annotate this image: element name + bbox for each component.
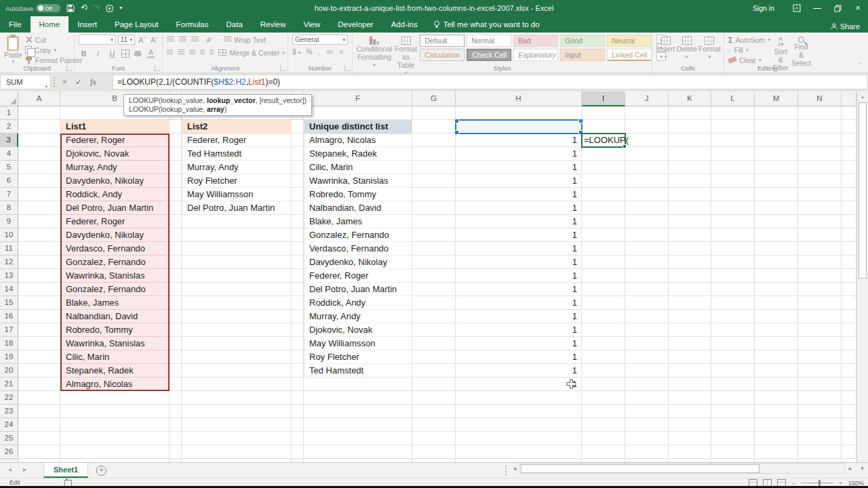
row-header-5[interactable]: 5 — [0, 161, 18, 174]
cell[interactable]: 1 — [456, 242, 582, 256]
scroll-right-icon[interactable]: ▸ — [846, 463, 855, 474]
share-button[interactable]: Share — [831, 22, 860, 30]
row-header-20[interactable]: 20 — [0, 364, 18, 378]
selection-handle[interactable] — [454, 130, 459, 135]
style-calculation[interactable]: Calculation — [420, 49, 465, 61]
cell[interactable]: Roy Fletcher — [182, 174, 292, 188]
tab-add-ins[interactable]: Add-ins — [382, 16, 427, 33]
cell[interactable]: Verdasco, Fernando — [60, 242, 170, 256]
scroll-left-icon[interactable]: ◂ — [510, 463, 519, 474]
cell[interactable]: Federer, Roger — [304, 269, 412, 283]
column-header-K[interactable]: K — [669, 92, 711, 106]
vertical-scrollbar[interactable]: ▴ — [856, 92, 868, 462]
cell[interactable]: 1 — [456, 323, 582, 337]
selection-handle[interactable] — [454, 119, 459, 123]
row-header-17[interactable]: 17 — [0, 323, 18, 337]
name-box[interactable]: SUM▾ — [0, 75, 51, 89]
italic-button[interactable]: I — [93, 49, 103, 59]
align-right-icon[interactable] — [189, 49, 195, 56]
cell[interactable]: 1 — [456, 364, 582, 378]
cell[interactable]: Murray, Andy — [60, 161, 170, 174]
cell[interactable]: Robredo, Tommy — [60, 323, 170, 337]
row-header-18[interactable]: 18 — [0, 337, 18, 350]
cell[interactable]: Roddick, Andy — [60, 188, 170, 201]
column-header-partial[interactable] — [842, 92, 856, 106]
cell[interactable]: Verdasco, Fernando — [304, 242, 412, 256]
currency-button[interactable]: $ ▾ — [292, 47, 300, 56]
delete-cells-button[interactable]: Delete▾ — [676, 35, 696, 61]
cell[interactable]: Stepanek, Radek — [304, 147, 412, 161]
decrease-decimal-button[interactable]: .0 — [338, 49, 343, 55]
ribbon-display-options-icon[interactable] — [787, 0, 807, 16]
cell[interactable]: Nalbandian, David — [304, 201, 412, 215]
merge-center-button[interactable]: Merge & Center▾ — [218, 47, 285, 58]
cell[interactable]: Davydenko, Nikolay — [60, 228, 170, 242]
fill-color-button[interactable] — [134, 47, 142, 60]
column-header-G[interactable]: G — [412, 92, 456, 106]
row-header-25[interactable]: 25 — [0, 432, 18, 445]
editing-cell-i3[interactable]: =LOOKUP( — [581, 133, 626, 148]
row-header-9[interactable]: 9 — [0, 215, 18, 228]
autosum-button[interactable]: ΣAutoSum▾ — [728, 35, 770, 45]
column-header-H[interactable]: H — [456, 92, 582, 106]
cell[interactable]: Del Potro, Juan Martin — [60, 201, 170, 215]
select-all-corner[interactable] — [0, 92, 18, 106]
zoom-out-icon[interactable]: − — [791, 480, 795, 487]
column-header-L[interactable]: L — [711, 92, 755, 106]
cell[interactable]: Wawrinka, Stanislas — [304, 174, 412, 188]
style-neutral[interactable]: Neutral — [607, 35, 652, 47]
selected-range-h2[interactable] — [455, 119, 583, 134]
row-header-26[interactable]: 26 — [0, 445, 18, 459]
row-header-21[interactable]: 21 — [0, 378, 18, 391]
insert-cells-button[interactable]: Insert▾ — [656, 35, 675, 61]
font-dialog-launcher[interactable] — [155, 65, 161, 71]
column-header-M[interactable]: M — [755, 92, 798, 106]
row-header-2[interactable]: 2 — [0, 120, 18, 134]
style-linked-cell[interactable]: Linked Cell — [607, 49, 652, 61]
style-explanatory-[interactable]: Explanatory ... — [513, 49, 558, 61]
cell[interactable]: 1 — [456, 134, 582, 147]
row-header-13[interactable]: 13 — [0, 269, 18, 283]
row-header-11[interactable]: 11 — [0, 242, 18, 256]
cell[interactable]: 1 — [456, 161, 582, 174]
row-header-14[interactable]: 14 — [0, 283, 18, 296]
cell[interactable]: 1 — [456, 174, 582, 188]
number-dialog-launcher[interactable] — [344, 65, 351, 71]
copy-button[interactable]: Copy▾ — [25, 45, 82, 55]
cell[interactable]: Roddick, Andy — [304, 296, 412, 310]
cell[interactable]: Djokovic, Novak — [304, 323, 412, 337]
underline-button[interactable]: U — [107, 49, 117, 59]
row-header-7[interactable]: 7 — [0, 188, 18, 201]
cell[interactable]: 1 — [456, 296, 582, 310]
tab-developer[interactable]: Developer — [329, 16, 382, 33]
row-header-22[interactable]: 22 — [0, 391, 18, 405]
enter-formula-icon[interactable]: ✓ — [75, 77, 82, 87]
cell[interactable]: 1 — [456, 147, 582, 161]
align-center-icon[interactable] — [178, 49, 184, 56]
font-name-combo[interactable]: ▾ — [79, 35, 116, 45]
row-header-16[interactable]: 16 — [0, 310, 18, 323]
tab-formulas[interactable]: Formulas — [167, 16, 218, 33]
cell[interactable]: May Williamsson — [182, 188, 292, 201]
cell[interactable]: Blake, James — [304, 215, 412, 228]
wrap-text-button[interactable]: Wrap Text — [224, 35, 266, 45]
cell[interactable]: Gonzalez, Fernando — [304, 228, 412, 242]
zoom-level[interactable]: 150% — [848, 480, 864, 487]
sheet-tab-sheet1[interactable]: Sheet1 — [43, 463, 88, 478]
cell[interactable]: 1 — [456, 228, 582, 242]
cell[interactable]: Almagro, Nicolas — [60, 378, 170, 391]
align-middle-icon[interactable] — [179, 37, 186, 43]
clipboard-dialog-launcher[interactable] — [66, 65, 73, 71]
comma-button[interactable]: , — [318, 47, 320, 56]
style-input[interactable]: Input — [560, 49, 605, 61]
number-format-combo[interactable]: General▾ — [292, 35, 348, 45]
cell[interactable]: 1 — [456, 201, 582, 215]
tab-file[interactable]: File — [0, 16, 31, 33]
row-header-4[interactable]: 4 — [0, 147, 18, 161]
cell[interactable]: Nalbandian, David — [60, 310, 170, 323]
align-left-icon[interactable] — [167, 49, 173, 56]
row-header-24[interactable]: 24 — [0, 418, 18, 432]
bold-button[interactable]: B — [79, 49, 89, 59]
tab-data[interactable]: Data — [218, 16, 252, 33]
cell[interactable]: Robredo, Tommy — [304, 188, 412, 201]
